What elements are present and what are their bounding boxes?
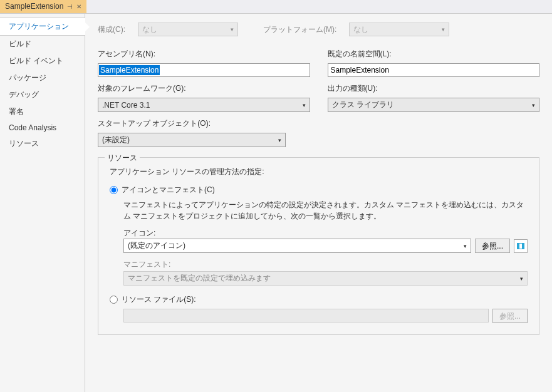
sidebar-item-package[interactable]: パッケージ <box>0 70 85 86</box>
content-pane: 構成(C): なし ▾ プラットフォーム(M): なし ▾ アセンブリ名(N):… <box>85 14 552 392</box>
sidebar-item-debug[interactable]: デバッグ <box>0 86 85 103</box>
radio-icon-manifest-row[interactable]: アイコンとマニフェスト(C) <box>110 185 528 195</box>
radio-icon-manifest-label: アイコンとマニフェスト(C) <box>122 185 215 195</box>
platform-dropdown: なし ▾ <box>349 23 449 36</box>
namespace-input[interactable] <box>328 63 540 77</box>
chevron-down-icon: ▾ <box>303 102 306 108</box>
assembly-name-label: アセンブリ名(N): <box>98 49 310 59</box>
framework-label: 対象のフレームワーク(G): <box>98 83 310 94</box>
main-layout: アプリケーション ビルド ビルド イベント パッケージ デバッグ 署名 Code… <box>0 14 552 392</box>
sidebar-item-code-analysis[interactable]: Code Analysis <box>0 120 85 135</box>
startup-select[interactable]: (未設定) ▾ <box>98 133 286 147</box>
chevron-down-icon: ▾ <box>520 276 523 282</box>
browse-icon-button[interactable]: 参照... <box>475 239 510 253</box>
sidebar: アプリケーション ビルド ビルド イベント パッケージ デバッグ 署名 Code… <box>0 14 85 392</box>
config-dropdown: なし ▾ <box>138 23 238 36</box>
app-icon <box>517 243 524 249</box>
config-label: 構成(C): <box>98 24 125 35</box>
sidebar-item-build-events[interactable]: ビルド イベント <box>0 53 85 70</box>
tab-title: SampleExtension <box>5 2 63 11</box>
radio-resource-file-row[interactable]: リソース ファイル(S): <box>110 294 528 305</box>
sidebar-item-signing[interactable]: 署名 <box>0 103 85 120</box>
namespace-label: 既定の名前空間(L): <box>328 49 540 59</box>
sidebar-item-resources[interactable]: リソース <box>0 135 85 152</box>
radio-resource-file[interactable] <box>110 296 118 304</box>
sidebar-item-build[interactable]: ビルド <box>0 36 85 53</box>
manifest-hint: マニフェストによってアプリケーションの特定の設定が決定されます。カスタム マニフ… <box>123 199 528 222</box>
assembly-name-input[interactable]: SampleExtension <box>98 63 310 77</box>
chevron-down-icon: ▾ <box>231 26 234 33</box>
output-type-select[interactable]: クラス ライブラリ ▾ <box>328 98 540 112</box>
manifest-label: マニフェスト: <box>123 259 528 270</box>
output-type-label: 出力の種類(U): <box>328 83 540 94</box>
icon-select[interactable]: (既定のアイコン) ▾ <box>123 239 471 253</box>
config-platform-row: 構成(C): なし ▾ プラットフォーム(M): なし ▾ <box>98 23 539 36</box>
icon-preview <box>514 239 528 253</box>
framework-select[interactable]: .NET Core 3.1 ▾ <box>98 98 310 112</box>
radio-icon-manifest[interactable] <box>110 186 118 194</box>
chevron-down-icon: ▾ <box>442 26 445 33</box>
startup-label: スタートアップ オブジェクト(O): <box>98 118 286 129</box>
sidebar-item-application[interactable]: アプリケーション <box>0 18 85 36</box>
resources-fieldset: リソース アプリケーション リソースの管理方法の指定: アイコンとマニフェスト(… <box>98 157 539 335</box>
browse-resource-button: 参照... <box>492 309 528 323</box>
pin-icon[interactable]: ⊣ <box>67 3 73 10</box>
resources-desc: アプリケーション リソースの管理方法の指定: <box>110 167 528 177</box>
radio-resource-file-label: リソース ファイル(S): <box>122 294 196 305</box>
tab-bar: SampleExtension ⊣ ✕ <box>0 0 552 14</box>
document-tab[interactable]: SampleExtension ⊣ ✕ <box>0 0 86 13</box>
close-icon[interactable]: ✕ <box>76 3 81 10</box>
chevron-down-icon: ▾ <box>278 137 281 143</box>
chevron-down-icon: ▾ <box>532 102 535 108</box>
resource-file-input <box>123 309 489 322</box>
icon-label: アイコン: <box>123 228 528 239</box>
manifest-select: マニフェストを既定の設定で埋め込みます ▾ <box>123 271 528 286</box>
resources-legend: リソース <box>105 153 140 163</box>
chevron-down-icon: ▾ <box>464 243 467 249</box>
platform-label: プラットフォーム(M): <box>263 24 336 35</box>
